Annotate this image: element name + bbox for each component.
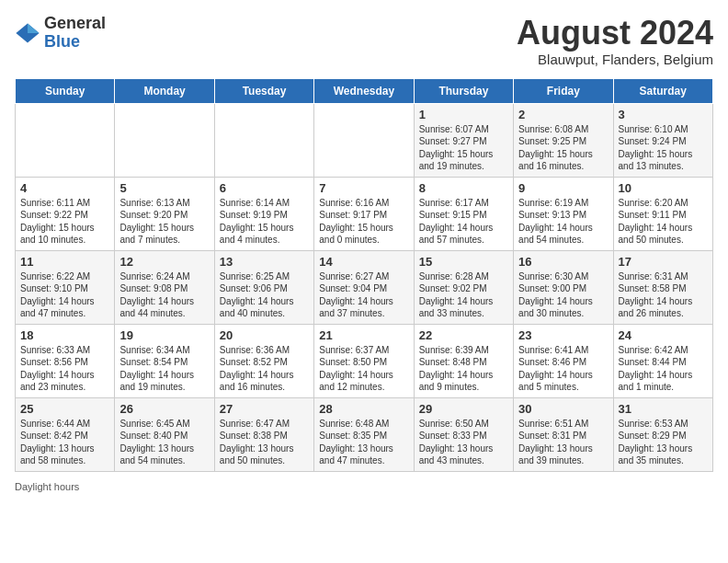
- day-cell: 19Sunrise: 6:34 AMSunset: 8:54 PMDayligh…: [115, 324, 214, 397]
- column-header-monday: Monday: [115, 78, 214, 103]
- day-number: 21: [319, 328, 408, 342]
- day-info: Sunrise: 6:28 AMSunset: 9:02 PMDaylight:…: [419, 270, 508, 320]
- day-cell: 18Sunrise: 6:33 AMSunset: 8:56 PMDayligh…: [16, 324, 115, 397]
- day-number: 16: [518, 255, 608, 269]
- week-row-2: 4Sunrise: 6:11 AMSunset: 9:22 PMDaylight…: [16, 177, 713, 250]
- day-number: 8: [419, 181, 508, 195]
- day-cell: 29Sunrise: 6:50 AMSunset: 8:33 PMDayligh…: [414, 397, 513, 471]
- subtitle: Blauwput, Flanders, Belgium: [517, 52, 713, 67]
- day-info: Sunrise: 6:11 AMSunset: 9:22 PMDaylight:…: [20, 197, 109, 247]
- column-header-saturday: Saturday: [613, 78, 712, 103]
- day-info: Sunrise: 6:30 AMSunset: 9:00 PMDaylight:…: [518, 270, 608, 320]
- day-cell: [214, 103, 313, 177]
- day-cell: [115, 103, 214, 177]
- day-info: Sunrise: 6:22 AMSunset: 9:10 PMDaylight:…: [20, 270, 109, 320]
- main-title: August 2024: [517, 15, 713, 52]
- day-cell: 6Sunrise: 6:14 AMSunset: 9:19 PMDaylight…: [214, 177, 313, 250]
- day-info: Sunrise: 6:48 AMSunset: 8:35 PMDaylight:…: [319, 418, 408, 467]
- week-row-4: 18Sunrise: 6:33 AMSunset: 8:56 PMDayligh…: [16, 324, 713, 397]
- day-cell: [16, 103, 115, 177]
- day-number: 30: [518, 402, 608, 416]
- day-info: Sunrise: 6:27 AMSunset: 9:04 PMDaylight:…: [319, 270, 408, 320]
- day-cell: 17Sunrise: 6:31 AMSunset: 8:58 PMDayligh…: [613, 250, 712, 324]
- day-info: Sunrise: 6:07 AMSunset: 9:27 PMDaylight:…: [419, 123, 508, 173]
- day-number: 5: [119, 181, 209, 195]
- day-number: 19: [119, 328, 209, 342]
- logo-icon: [15, 20, 40, 46]
- day-info: Sunrise: 6:25 AMSunset: 9:06 PMDaylight:…: [220, 270, 309, 320]
- day-cell: 26Sunrise: 6:45 AMSunset: 8:40 PMDayligh…: [115, 397, 214, 471]
- day-cell: 10Sunrise: 6:20 AMSunset: 9:11 PMDayligh…: [613, 177, 712, 250]
- calendar-header: SundayMondayTuesdayWednesdayThursdayFrid…: [16, 78, 713, 103]
- day-number: 29: [419, 402, 508, 416]
- day-number: 26: [119, 402, 209, 416]
- day-cell: 23Sunrise: 6:41 AMSunset: 8:46 PMDayligh…: [514, 324, 613, 397]
- day-number: 28: [319, 402, 408, 416]
- day-info: Sunrise: 6:33 AMSunset: 8:56 PMDaylight:…: [20, 344, 109, 394]
- day-number: 27: [220, 402, 309, 416]
- calendar-body: 1Sunrise: 6:07 AMSunset: 9:27 PMDaylight…: [16, 103, 713, 471]
- page-header: General Blue August 2024 Blauwput, Fland…: [15, 15, 713, 67]
- day-info: Sunrise: 6:42 AMSunset: 8:44 PMDaylight:…: [619, 344, 708, 394]
- day-number: 12: [119, 255, 209, 269]
- day-info: Sunrise: 6:36 AMSunset: 8:52 PMDaylight:…: [220, 344, 309, 394]
- day-info: Sunrise: 6:44 AMSunset: 8:42 PMDaylight:…: [20, 418, 109, 467]
- footer-label: Daylight hours: [15, 481, 79, 492]
- day-number: 24: [619, 328, 708, 342]
- day-number: 1: [419, 108, 508, 121]
- day-info: Sunrise: 6:39 AMSunset: 8:48 PMDaylight:…: [419, 344, 508, 394]
- day-number: 7: [319, 181, 408, 195]
- day-number: 23: [518, 328, 608, 342]
- day-cell: 31Sunrise: 6:53 AMSunset: 8:29 PMDayligh…: [613, 397, 712, 471]
- logo-general-text: General: [44, 15, 106, 33]
- header-row: SundayMondayTuesdayWednesdayThursdayFrid…: [16, 78, 713, 103]
- day-number: 15: [419, 255, 508, 269]
- day-info: Sunrise: 6:45 AMSunset: 8:40 PMDaylight:…: [119, 418, 209, 467]
- day-number: 3: [619, 108, 708, 121]
- day-number: 14: [319, 255, 408, 269]
- day-number: 6: [220, 181, 309, 195]
- week-row-3: 11Sunrise: 6:22 AMSunset: 9:10 PMDayligh…: [16, 250, 713, 324]
- day-cell: 14Sunrise: 6:27 AMSunset: 9:04 PMDayligh…: [314, 250, 414, 324]
- day-info: Sunrise: 6:50 AMSunset: 8:33 PMDaylight:…: [419, 418, 508, 467]
- day-number: 13: [220, 255, 309, 269]
- svg-marker-1: [28, 23, 40, 33]
- day-number: 22: [419, 328, 508, 342]
- day-cell: 11Sunrise: 6:22 AMSunset: 9:10 PMDayligh…: [16, 250, 115, 324]
- day-number: 10: [619, 181, 708, 195]
- day-cell: 12Sunrise: 6:24 AMSunset: 9:08 PMDayligh…: [115, 250, 214, 324]
- footer: Daylight hours: [15, 481, 713, 492]
- day-info: Sunrise: 6:24 AMSunset: 9:08 PMDaylight:…: [119, 270, 209, 320]
- day-info: Sunrise: 6:14 AMSunset: 9:19 PMDaylight:…: [220, 197, 309, 247]
- column-header-tuesday: Tuesday: [214, 78, 313, 103]
- day-cell: 7Sunrise: 6:16 AMSunset: 9:17 PMDaylight…: [314, 177, 414, 250]
- day-cell: 3Sunrise: 6:10 AMSunset: 9:24 PMDaylight…: [613, 103, 712, 177]
- calendar-table: SundayMondayTuesdayWednesdayThursdayFrid…: [15, 78, 713, 472]
- week-row-5: 25Sunrise: 6:44 AMSunset: 8:42 PMDayligh…: [16, 397, 713, 471]
- day-cell: 21Sunrise: 6:37 AMSunset: 8:50 PMDayligh…: [314, 324, 414, 397]
- day-cell: 27Sunrise: 6:47 AMSunset: 8:38 PMDayligh…: [214, 397, 313, 471]
- day-cell: 28Sunrise: 6:48 AMSunset: 8:35 PMDayligh…: [314, 397, 414, 471]
- day-cell: 16Sunrise: 6:30 AMSunset: 9:00 PMDayligh…: [514, 250, 613, 324]
- day-number: 31: [619, 402, 708, 416]
- day-cell: 5Sunrise: 6:13 AMSunset: 9:20 PMDaylight…: [115, 177, 214, 250]
- day-cell: 30Sunrise: 6:51 AMSunset: 8:31 PMDayligh…: [514, 397, 613, 471]
- day-info: Sunrise: 6:17 AMSunset: 9:15 PMDaylight:…: [419, 197, 508, 247]
- column-header-sunday: Sunday: [16, 78, 115, 103]
- day-cell: 22Sunrise: 6:39 AMSunset: 8:48 PMDayligh…: [414, 324, 513, 397]
- day-number: 25: [20, 402, 109, 416]
- day-cell: 8Sunrise: 6:17 AMSunset: 9:15 PMDaylight…: [414, 177, 513, 250]
- column-header-friday: Friday: [514, 78, 613, 103]
- column-header-wednesday: Wednesday: [314, 78, 414, 103]
- day-info: Sunrise: 6:37 AMSunset: 8:50 PMDaylight:…: [319, 344, 408, 394]
- day-number: 4: [20, 181, 109, 195]
- logo-blue-text: Blue: [44, 33, 106, 52]
- day-info: Sunrise: 6:53 AMSunset: 8:29 PMDaylight:…: [619, 418, 708, 467]
- day-info: Sunrise: 6:19 AMSunset: 9:13 PMDaylight:…: [518, 197, 608, 247]
- day-number: 17: [619, 255, 708, 269]
- column-header-thursday: Thursday: [414, 78, 513, 103]
- day-cell: 24Sunrise: 6:42 AMSunset: 8:44 PMDayligh…: [613, 324, 712, 397]
- day-info: Sunrise: 6:10 AMSunset: 9:24 PMDaylight:…: [619, 123, 708, 173]
- day-cell: 25Sunrise: 6:44 AMSunset: 8:42 PMDayligh…: [16, 397, 115, 471]
- day-cell: 20Sunrise: 6:36 AMSunset: 8:52 PMDayligh…: [214, 324, 313, 397]
